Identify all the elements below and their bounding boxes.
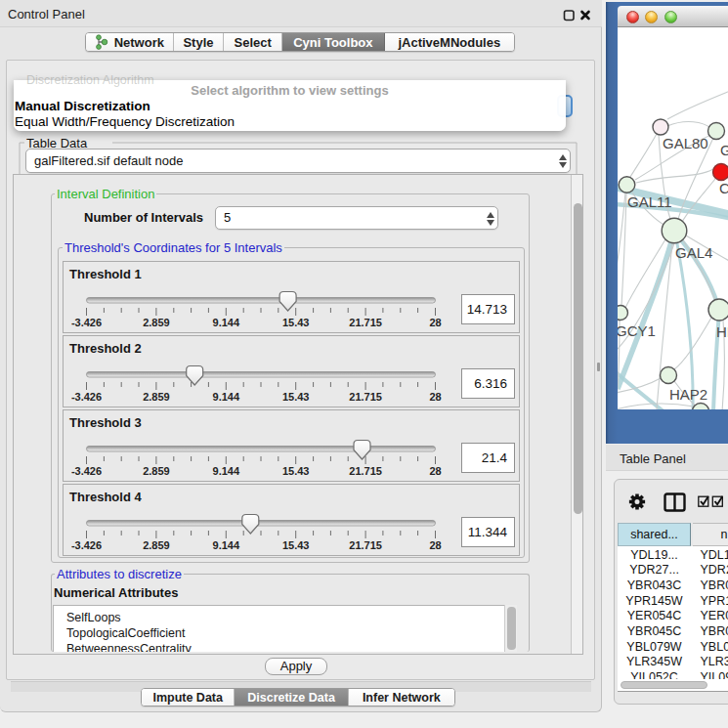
svg-text:GAL11: GAL11 (627, 193, 672, 210)
svg-text:GAL4: GAL4 (675, 244, 712, 261)
svg-text:HI: HI (716, 323, 728, 340)
svg-text:GAL80: GAL80 (663, 135, 708, 151)
svg-text:HAP2: HAP2 (669, 386, 707, 403)
svg-text:GCY1: GCY1 (618, 322, 656, 339)
svg-text:C: C (719, 180, 728, 196)
svg-text:GA: GA (720, 142, 728, 158)
